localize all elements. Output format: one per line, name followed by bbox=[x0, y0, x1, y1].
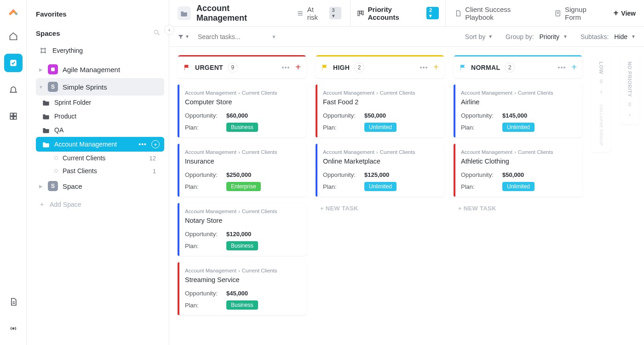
task-card[interactable]: Account Management›Current Clients Insur… bbox=[178, 144, 306, 197]
list-current-count: 12 bbox=[150, 155, 156, 162]
folder-product[interactable]: Product bbox=[36, 109, 164, 123]
svg-rect-4 bbox=[13, 117, 16, 119]
filter-icon[interactable]: ▼ bbox=[178, 34, 190, 40]
opportunity-label: Opportunity: bbox=[323, 171, 364, 178]
list-status-icon bbox=[54, 169, 58, 173]
list-current-clients[interactable]: Current Clients 12 bbox=[36, 152, 164, 164]
column-more-icon[interactable]: ••• bbox=[558, 64, 566, 71]
search-spaces-icon[interactable] bbox=[153, 29, 161, 38]
board-column-none-collapsed[interactable]: NO PRIORITY 0 › bbox=[620, 55, 639, 124]
space-simple-sprints[interactable]: ▼ S Simple Sprints bbox=[36, 78, 164, 96]
breadcrumb: Account Management›Current Clients bbox=[185, 268, 300, 273]
column-add-icon[interactable]: + bbox=[433, 62, 439, 73]
chevron-right-icon: › bbox=[629, 112, 631, 118]
home-icon[interactable] bbox=[4, 27, 23, 45]
list-past-clients[interactable]: Past Clients 1 bbox=[36, 164, 164, 177]
board-column-low-collapsed[interactable]: LOW 0 › COLLAPSE GROUP bbox=[592, 55, 611, 152]
favorites-heading[interactable]: Favorites bbox=[36, 6, 164, 25]
chevron-down-icon[interactable]: ▼ bbox=[271, 34, 276, 40]
tab-at-risk[interactable]: At risk 3 ▾ bbox=[290, 0, 349, 27]
svg-rect-14 bbox=[362, 11, 363, 14]
task-card[interactable]: Account Management›Current Clients Onlin… bbox=[316, 144, 444, 197]
opportunity-value: $120,000 bbox=[226, 231, 251, 238]
folder-sprint[interactable]: Sprint Folder bbox=[36, 96, 164, 109]
column-title: URGENT bbox=[195, 64, 223, 71]
svg-point-5 bbox=[12, 328, 14, 329]
folder-more-icon[interactable]: ••• bbox=[138, 141, 147, 148]
space-generic-label: Space bbox=[63, 182, 82, 190]
folder-add-icon[interactable]: + bbox=[151, 140, 160, 148]
page-title: Account Management bbox=[196, 4, 280, 23]
flag-icon bbox=[321, 64, 328, 71]
space-generic-icon: S bbox=[48, 181, 58, 191]
column-count: 2 bbox=[354, 62, 364, 73]
add-space[interactable]: ＋ Add Space bbox=[36, 195, 164, 214]
sort-by[interactable]: Sort by▼ bbox=[465, 33, 493, 40]
tab-badge: 3 ▾ bbox=[329, 7, 342, 19]
opportunity-value: $145,000 bbox=[502, 112, 527, 119]
opportunity-value: $50,000 bbox=[502, 171, 524, 178]
svg-rect-1 bbox=[10, 113, 13, 116]
folder-qa-label: QA bbox=[54, 126, 63, 134]
group-by[interactable]: Group by: Priority▼ bbox=[506, 33, 568, 40]
column-add-icon[interactable]: + bbox=[295, 62, 301, 73]
breadcrumb: Account Management›Current Clients bbox=[323, 90, 438, 96]
docs-icon[interactable] bbox=[4, 293, 23, 311]
plan-label: Plan: bbox=[185, 302, 226, 309]
folder-account-management[interactable]: Account Management ••• + bbox=[36, 137, 164, 152]
tab-client-success-playbook[interactable]: Client Success Playbook bbox=[448, 0, 546, 27]
board-column-high: HIGH 2 ••• + Account Management›Current … bbox=[316, 55, 444, 214]
space-agile-label: Agile Management bbox=[63, 66, 120, 74]
everything-item[interactable]: Everything bbox=[36, 44, 164, 61]
sidebar-collapse-button[interactable]: ‹ bbox=[164, 25, 174, 35]
tab-signup-form[interactable]: Signup Form bbox=[547, 0, 610, 27]
column-add-icon[interactable]: + bbox=[571, 62, 577, 73]
breadcrumb: Account Management›Current Clients bbox=[323, 149, 438, 155]
task-card[interactable]: Account Management›Current Clients Strea… bbox=[178, 262, 306, 315]
column-count: 9 bbox=[228, 62, 238, 73]
spaces-heading[interactable]: Spaces bbox=[36, 29, 60, 37]
plan-label: Plan: bbox=[185, 124, 226, 131]
task-card[interactable]: Account Management›Current Clients Athle… bbox=[454, 144, 582, 197]
task-title: Online Marketplace bbox=[323, 158, 438, 165]
space-agile[interactable]: ▶ Agile Management bbox=[36, 61, 164, 78]
svg-rect-12 bbox=[358, 11, 359, 15]
folder-qa[interactable]: QA bbox=[36, 123, 164, 137]
plus-icon: + bbox=[614, 8, 619, 18]
app-logo[interactable] bbox=[7, 6, 19, 19]
new-task-button[interactable]: + NEW TASK bbox=[454, 203, 582, 214]
live-icon[interactable] bbox=[4, 319, 23, 338]
task-card[interactable]: Account Management›Current Clients Compu… bbox=[178, 85, 306, 137]
svg-point-9 bbox=[45, 48, 46, 50]
subtasks[interactable]: Subtasks: Hide▼ bbox=[581, 33, 636, 40]
chevron-right-icon: › bbox=[600, 89, 602, 95]
search-input[interactable] bbox=[198, 33, 267, 40]
plan-badge: Business bbox=[226, 241, 258, 250]
new-task-button[interactable]: + NEW TASK bbox=[316, 203, 444, 214]
opportunity-value: $60,000 bbox=[226, 112, 248, 119]
tab-priority-accounts[interactable]: Priority Accounts 2 ▾ bbox=[350, 0, 446, 27]
column-more-icon[interactable]: ••• bbox=[420, 64, 428, 71]
board-column-normal: NORMAL 2 ••• + Account Management›Curren… bbox=[454, 55, 582, 214]
folder-account-label: Account Management bbox=[54, 141, 117, 148]
opportunity-label: Opportunity: bbox=[185, 231, 226, 238]
folder-icon bbox=[178, 6, 191, 20]
breadcrumb: Account Management›Current Clients bbox=[185, 149, 300, 155]
task-card[interactable]: Account Management›Current Clients Airli… bbox=[454, 85, 582, 137]
flag-icon bbox=[459, 64, 466, 71]
task-card[interactable]: Account Management›Current Clients Notar… bbox=[178, 203, 306, 256]
task-title: Athletic Clothing bbox=[461, 158, 576, 165]
column-more-icon[interactable]: ••• bbox=[282, 64, 290, 71]
task-title: Notary Store bbox=[185, 217, 300, 224]
folder-product-label: Product bbox=[54, 113, 76, 120]
column-count: 0 bbox=[600, 79, 603, 84]
add-view-button[interactable]: + View bbox=[614, 8, 636, 18]
tasks-icon[interactable] bbox=[4, 54, 23, 72]
task-title: Fast Food 2 bbox=[323, 98, 438, 106]
apps-icon[interactable] bbox=[4, 107, 23, 125]
space-generic[interactable]: ▶ S Space bbox=[36, 177, 164, 195]
notifications-icon[interactable] bbox=[4, 80, 23, 99]
task-card[interactable]: Account Management›Current Clients Fast … bbox=[316, 85, 444, 137]
column-title: NO PRIORITY bbox=[627, 62, 632, 97]
simple-sprints-icon: S bbox=[48, 82, 58, 92]
